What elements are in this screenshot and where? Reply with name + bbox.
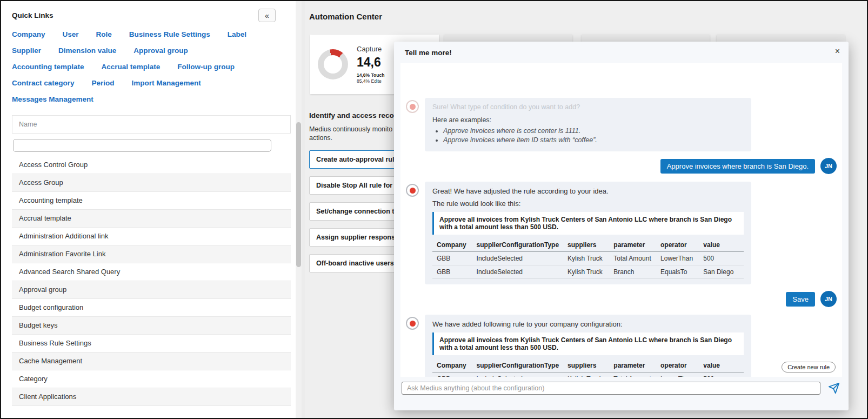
column-header: suppliers (563, 359, 609, 373)
bot-avatar-icon (406, 184, 419, 197)
table-cell: LowerThan (656, 373, 699, 377)
table-cell: LowerThan (656, 252, 699, 265)
examples-label: Here are examples: (432, 116, 744, 124)
example-item: Approve invoices where is cost center is… (443, 127, 744, 135)
example-item: Approve invoices where item ID starts wi… (443, 136, 744, 144)
rule-table: Company supplierConfigurationType suppli… (432, 359, 744, 377)
list-item-administration-favorite-link[interactable]: Administration Favorite Link (12, 245, 291, 263)
send-icon (828, 382, 840, 394)
capture-card-stat1: 14,6% Touch (357, 72, 384, 78)
rule-summary: Approve all invoices from Kylish Truck C… (432, 332, 744, 355)
tell-me-more-dialog: Tell me more! × Sure! What type of condi… (394, 42, 849, 410)
capture-card-stat2: 85,4% Edite (357, 78, 384, 84)
quick-link-accrual-template[interactable]: Accrual template (102, 63, 161, 71)
quick-links-title: Quick Links (12, 11, 54, 19)
table-cell: GBB (432, 252, 472, 265)
name-filter-input[interactable] (13, 139, 271, 152)
double-chevron-left-icon: « (265, 11, 269, 20)
scrollbar-thumb[interactable] (296, 122, 301, 267)
quick-link-import-management[interactable]: Import Management (132, 79, 201, 87)
quick-link-role[interactable]: Role (96, 30, 112, 38)
column-header: supplierConfigurationType (472, 359, 563, 373)
quick-link-user[interactable]: User (63, 30, 79, 38)
table-cell: Kylish Truck (563, 252, 609, 265)
list-item-client-applications[interactable]: Client Applications (12, 388, 291, 406)
app-window: Quick Links « Company User Role Business… (0, 0, 868, 419)
table-row: GBB IncludeSelected Kylish Truck Total A… (432, 373, 744, 377)
table-cell: Branch (609, 265, 656, 279)
create-new-rule-row: Create new rule (782, 362, 836, 373)
list-item-accrual-template[interactable]: Accrual template (12, 210, 291, 228)
create-new-rule-button[interactable]: Create new rule (782, 362, 836, 373)
list-item-administration-additional-link[interactable]: Administration Additional link (12, 228, 291, 245)
quick-link-messages-management[interactable]: Messages Management (12, 95, 94, 103)
list-item-cache-management[interactable]: Cache Management (12, 353, 291, 370)
record-dot-icon (410, 104, 416, 110)
donut-chart (318, 49, 348, 79)
user-avatar: JN (820, 291, 837, 307)
table-cell: San Diego (699, 265, 744, 279)
quick-link-company[interactable]: Company (12, 30, 45, 38)
quick-link-follow-up-group[interactable]: Follow-up group (177, 63, 235, 71)
column-header: suppliers (563, 238, 609, 252)
table-cell: Total Amount (609, 373, 656, 377)
quick-link-contract-category[interactable]: Contract category (12, 79, 75, 87)
bot-line: We have added following rule to your com… (432, 320, 744, 328)
column-header: parameter (609, 238, 656, 252)
table-header-row: Company supplierConfigurationType suppli… (432, 359, 744, 373)
capture-card-label: Capture (357, 45, 384, 54)
column-header: Company (432, 359, 472, 373)
column-header: value (699, 359, 744, 373)
user-message-row: Approve invoices where branch is San Die… (406, 158, 837, 174)
column-header: value (699, 238, 744, 252)
bot-avatar-icon (406, 100, 419, 113)
column-header: operator (656, 359, 699, 373)
bot-message-examples: Sure! What type of condition do you want… (406, 98, 837, 151)
quick-link-supplier[interactable]: Supplier (12, 46, 41, 55)
column-header: operator (656, 238, 699, 252)
collapse-panel-button[interactable]: « (258, 9, 276, 22)
dialog-title: Tell me more! (405, 49, 452, 57)
bot-intro-line: Sure! What type of condition do you want… (432, 103, 744, 111)
close-icon: × (835, 46, 840, 56)
quick-link-accounting-template[interactable]: Accounting template (12, 63, 84, 71)
list-item-category[interactable]: Category (12, 370, 291, 388)
chat-input-row (402, 381, 841, 395)
quick-link-business-rule-settings[interactable]: Business Rule Settings (129, 30, 210, 38)
table-cell: GBB (432, 373, 472, 377)
chat-input[interactable] (402, 382, 820, 395)
list-item-approval-group[interactable]: Approval group (12, 281, 291, 299)
list-item-budget-keys[interactable]: Budget keys (12, 317, 291, 335)
list-item-access-control-group[interactable]: Access Control Group (12, 156, 291, 174)
sidebar-scrollbar[interactable] (296, 1, 302, 418)
bot-avatar-icon (406, 317, 419, 330)
table-cell: EqualsTo (656, 265, 699, 279)
dialog-header: Tell me more! × (394, 42, 849, 63)
table-header-row: Company supplierConfigurationType suppli… (432, 238, 744, 252)
list-item-access-group[interactable]: Access Group (12, 174, 291, 192)
column-header: supplierConfigurationType (472, 238, 563, 252)
column-header: parameter (609, 359, 656, 373)
table-cell: Kylish Truck (563, 373, 609, 377)
table-cell: GBB (432, 265, 472, 279)
user-avatar: JN (820, 158, 837, 174)
user-message-row: Save JN (406, 291, 837, 307)
send-button[interactable] (827, 381, 841, 395)
table-cell: IncludeSelected (472, 265, 563, 279)
quick-link-period[interactable]: Period (92, 79, 115, 87)
capture-card-value: 14,6 (357, 55, 384, 70)
list-item-budget-configuration[interactable]: Budget configuration (12, 299, 291, 317)
table-row: GBB IncludeSelected Kylish Truck Branch … (432, 265, 744, 279)
quick-link-approval-group[interactable]: Approval group (133, 46, 188, 55)
list-item-accounting-template[interactable]: Accounting template (12, 192, 291, 210)
quick-link-label[interactable]: Label (228, 30, 246, 38)
table-cell: 500 (699, 373, 744, 377)
quick-links-section: Quick Links « Company User Role Business… (1, 9, 302, 103)
list-item-advanced-search-shared-query[interactable]: Advanced Search Shared Query (12, 263, 291, 281)
chat-area: Sure! What type of condition do you want… (400, 63, 842, 377)
list-item-business-rule-settings[interactable]: Business Rule Settings (12, 335, 291, 353)
examples-list: Approve invoices where is cost center is… (443, 127, 744, 144)
quick-link-dimension-value[interactable]: Dimension value (58, 46, 116, 55)
close-button[interactable]: × (835, 47, 840, 56)
table-cell: Kylish Truck (563, 265, 609, 279)
